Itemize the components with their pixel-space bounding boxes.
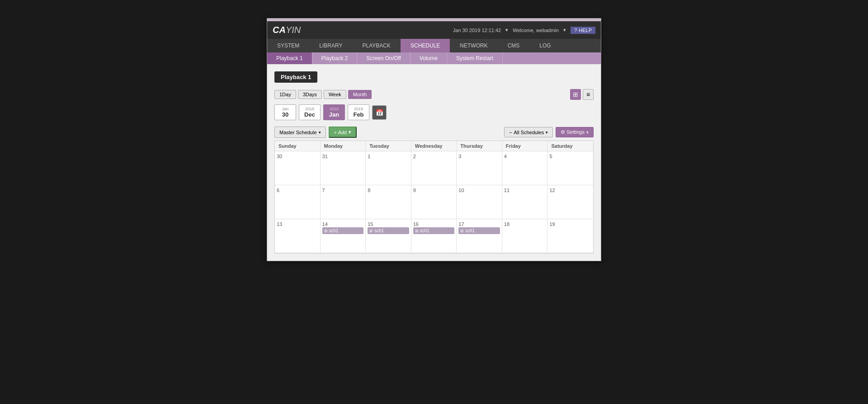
nav-schedule[interactable]: SCHEDULE [401, 39, 450, 52]
view-1day[interactable]: 1Day [274, 90, 296, 99]
minus-icon: − [509, 130, 512, 135]
sub-nav: Playback 1 Playback 2 Screen On/Off Volu… [267, 52, 601, 64]
event-17-sch1[interactable]: sch1 [458, 227, 500, 234]
master-schedule-dropdown[interactable]: Master Schedule ▾ [274, 127, 326, 138]
cal-cell-4[interactable]: 4 [502, 151, 548, 185]
event-16-sch1[interactable]: sch1 [413, 227, 455, 234]
schedule-toolbar: Master Schedule ▾ + Add ▾ − All Schedule… [274, 127, 594, 138]
subnav-systemrestart[interactable]: System Restart [447, 52, 503, 64]
app-header: CAYIN Jan 30 2019 12:11:42 ▾ Welcome, we… [267, 21, 601, 39]
cal-cell-7[interactable]: 7 [321, 185, 366, 219]
settings-arrow-icon: ▾ [586, 130, 589, 135]
view-controls: 1Day 3Days Week Month ⊞ ≡ [274, 89, 594, 100]
cal-cell-16[interactable]: 16 sch1 [411, 219, 457, 253]
calendar-week-3: 13 14 sch1 15 sch1 16 sch1 17 [275, 219, 593, 253]
cal-cell-10[interactable]: 10 [457, 185, 502, 219]
nav-system[interactable]: SYSTEM [267, 39, 309, 52]
cal-cell-31[interactable]: 31 [321, 151, 366, 185]
col-sunday: Sunday [275, 141, 321, 151]
datetime: Jan 30 2019 12:11:42 [453, 28, 501, 33]
cal-cell-6[interactable]: 6 [275, 185, 321, 219]
calendar-icon: 📅 [376, 109, 383, 116]
cal-cell-11[interactable]: 11 [502, 185, 548, 219]
col-wednesday: Wednesday [411, 141, 457, 151]
welcome-text: Welcome, webadmin [513, 28, 559, 33]
list-view-button[interactable]: ≡ [583, 89, 594, 100]
date-jan2019[interactable]: 2019 Jan [323, 104, 345, 120]
header-right: Jan 30 2019 12:11:42 ▾ Welcome, webadmin… [453, 27, 595, 34]
schedules-arrow-icon: ▾ [546, 130, 548, 135]
cal-cell-30[interactable]: 30 [275, 151, 321, 185]
cal-cell-15[interactable]: 15 sch1 [366, 219, 411, 253]
toolbar-right: − All Schedules ▾ ⚙ Settings ▾ [504, 127, 594, 137]
nav-library[interactable]: LIBRARY [309, 39, 352, 52]
cal-cell-2[interactable]: 2 [411, 151, 457, 185]
content-area: Playback 1 1Day 3Days Week Month ⊞ ≡ Jan… [267, 64, 601, 261]
settings-dropdown[interactable]: ⚙ Settings ▾ [556, 127, 594, 137]
cal-cell-3[interactable]: 3 [457, 151, 502, 185]
subnav-screenonoff[interactable]: Screen On/Off [357, 52, 410, 64]
cal-cell-19[interactable]: 19 [547, 219, 593, 253]
calendar-week-1: 30 31 1 2 3 4 5 [275, 151, 593, 185]
cal-cell-5[interactable]: 5 [547, 151, 593, 185]
browser-window: CAYIN Jan 30 2019 12:11:42 ▾ Welcome, we… [267, 18, 601, 261]
col-thursday: Thursday [457, 141, 502, 151]
date-nav: Jan 30 2018 Dec 2019 Jan 2019 Feb 📅 [274, 104, 594, 120]
subnav-playback1[interactable]: Playback 1 [267, 52, 312, 64]
nav-playback[interactable]: PLAYBACK [352, 39, 400, 52]
view-month[interactable]: Month [348, 90, 372, 99]
calendar-picker-button[interactable]: 📅 [372, 105, 387, 120]
add-arrow-icon: ▾ [349, 129, 351, 135]
nav-network[interactable]: NETWORK [450, 39, 497, 52]
view-icons: ⊞ ≡ [570, 89, 594, 100]
event-15-sch1[interactable]: sch1 [368, 227, 409, 234]
grid-view-button[interactable]: ⊞ [570, 89, 581, 100]
all-schedules-dropdown[interactable]: − All Schedules ▾ [504, 127, 553, 137]
main-nav: SYSTEM LIBRARY PLAYBACK SCHEDULE NETWORK… [267, 39, 601, 52]
nav-cms[interactable]: CMS [498, 39, 530, 52]
logo: CAYIN [273, 25, 301, 35]
event-14-sch1[interactable]: sch1 [322, 227, 364, 234]
cal-cell-8[interactable]: 8 [366, 185, 411, 219]
toolbar-left: Master Schedule ▾ + Add ▾ [274, 127, 357, 138]
cal-cell-12[interactable]: 12 [547, 185, 593, 219]
calendar-grid: Sunday Monday Tuesday Wednesday Thursday… [274, 141, 594, 254]
col-monday: Monday [321, 141, 366, 151]
cal-cell-14[interactable]: 14 sch1 [321, 219, 366, 253]
date-jan30[interactable]: Jan 30 [274, 104, 296, 120]
view-3days[interactable]: 3Days [298, 90, 322, 99]
col-tuesday: Tuesday [366, 141, 411, 151]
subnav-playback2[interactable]: Playback 2 [312, 52, 358, 64]
dropdown-arrow-icon: ▾ [319, 130, 321, 135]
cal-cell-13[interactable]: 13 [275, 219, 321, 253]
help-button[interactable]: ? HELP [571, 27, 595, 34]
cal-cell-17[interactable]: 17 sch1 [457, 219, 502, 253]
cal-cell-1[interactable]: 1 [366, 151, 411, 185]
view-week[interactable]: Week [324, 90, 346, 99]
add-button[interactable]: + Add ▾ [329, 127, 357, 138]
cal-cell-9[interactable]: 9 [411, 185, 457, 219]
date-dec2018[interactable]: 2018 Dec [299, 104, 321, 120]
col-saturday: Saturday [547, 141, 593, 151]
subnav-volume[interactable]: Volume [410, 52, 447, 64]
view-buttons: 1Day 3Days Week Month [274, 90, 372, 99]
calendar-week-2: 6 7 8 9 10 11 12 [275, 185, 593, 219]
cal-cell-18[interactable]: 18 [502, 219, 548, 253]
calendar-header: Sunday Monday Tuesday Wednesday Thursday… [275, 141, 593, 151]
nav-log[interactable]: LOG [529, 39, 561, 52]
col-friday: Friday [502, 141, 548, 151]
calendar-container: Sunday Monday Tuesday Wednesday Thursday… [274, 141, 594, 254]
date-feb2019[interactable]: 2019 Feb [348, 104, 369, 120]
question-icon: ? [574, 28, 577, 33]
page-title: Playback 1 [274, 71, 317, 83]
